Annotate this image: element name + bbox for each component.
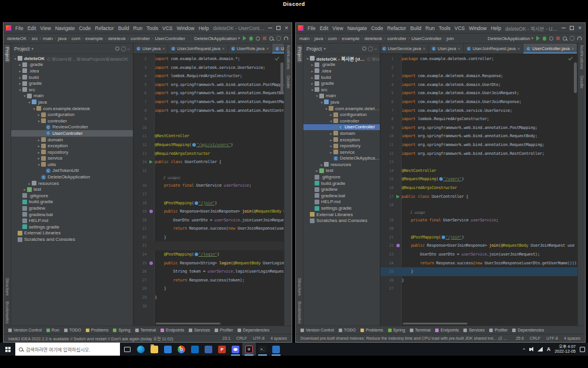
- code-line[interactable]: 16 private final UserService userService…: [133, 181, 284, 190]
- tree-item-exception[interactable]: ▸exception: [11, 142, 133, 149]
- tool-button-services[interactable]: Services: [463, 328, 485, 332]
- tree-item-configuration[interactable]: ▸configuration: [303, 111, 380, 118]
- code-line[interactable]: 15@RequestMapping("/users"): [380, 175, 577, 184]
- maximize-button[interactable]: [570, 26, 574, 30]
- taskbar-app-terminal[interactable]: >_: [256, 343, 269, 356]
- tool-button-endpoints[interactable]: Endpoints: [161, 328, 184, 332]
- menu-help[interactable]: Help: [489, 25, 503, 31]
- tree-item-domain[interactable]: ▸domain: [303, 130, 380, 137]
- notifications-bell-icon[interactable]: [577, 37, 582, 40]
- code-line[interactable]: 26 String token = userService.login(user…: [133, 267, 284, 276]
- breadcrumb-example[interactable]: example: [85, 36, 103, 41]
- tab-close-icon[interactable]: ×: [517, 47, 520, 51]
- tool-button-version-control[interactable]: Version Control: [8, 328, 42, 332]
- code-line[interactable]: 19 public Response<UserJoinResponse> joi…: [133, 207, 284, 216]
- code-line[interactable]: 12@RequestMapping("/api/v1/users"): [133, 141, 284, 150]
- code-line[interactable]: 13@RequiredArgsConstructor: [133, 150, 284, 158]
- code-line[interactable]: 4import com.example.deleteok.domain.User…: [380, 81, 577, 89]
- code-line[interactable]: 2 usages: [133, 175, 284, 181]
- tree-item-gradle[interactable]: ▸.gradle: [303, 62, 380, 68]
- tool-stripe-notifications[interactable]: Notifications: [286, 45, 291, 69]
- tree-item-test[interactable]: ▸test: [11, 186, 133, 193]
- maximize-button[interactable]: [276, 26, 280, 30]
- menu-edit[interactable]: Edit: [318, 25, 330, 31]
- menu-navigate[interactable]: Navigate: [54, 25, 77, 31]
- code-line[interactable]: 5import com.example.deleteok.domain.User…: [380, 89, 577, 98]
- code-line[interactable]: 16@RequiredArgsConstructor: [380, 184, 577, 193]
- breadcrumb-main[interactable]: main: [43, 36, 53, 41]
- tree-item-help-md[interactable]: HELP.md: [11, 217, 133, 224]
- tool-button-todo[interactable]: TODO: [339, 328, 356, 332]
- menu-file[interactable]: File: [14, 25, 25, 31]
- tool-stripe-project[interactable]: Project: [5, 45, 10, 62]
- code-line[interactable]: 11@RestController: [133, 132, 284, 141]
- ime-indicator[interactable]: A: [547, 346, 550, 352]
- settings-gear-icon[interactable]: [276, 36, 281, 41]
- menu-view[interactable]: View: [38, 25, 52, 31]
- code-line[interactable]: 2: [380, 64, 577, 72]
- search-everywhere-icon[interactable]: [269, 37, 273, 41]
- action-center-icon[interactable]: [580, 347, 585, 352]
- volume-icon[interactable]: [529, 348, 531, 351]
- taskbar-app-store[interactable]: [188, 343, 202, 356]
- code-line[interactable]: 9import org.springframework.web.bind.ann…: [380, 124, 577, 132]
- code-editor[interactable]: 2import com.example.deleteok.domain.*;3i…: [133, 54, 284, 326]
- breadcrumb-com[interactable]: com: [328, 36, 337, 41]
- tool-button-profiler[interactable]: Profiler: [489, 328, 507, 332]
- tree-item-gradlew[interactable]: gradlew: [11, 205, 133, 211]
- menu-file[interactable]: File: [306, 25, 318, 31]
- code-line[interactable]: 12import org.springframework.web.bind.an…: [380, 150, 577, 158]
- hide-panel-icon[interactable]: –: [128, 46, 130, 51]
- code-line[interactable]: 5import org.springframework.web.bind.ann…: [133, 81, 284, 89]
- code-line[interactable]: 10import org.springframework.web.bind.an…: [380, 132, 577, 141]
- tool-button-terminal[interactable]: Terminal: [135, 328, 156, 332]
- tree-item-external-libraries[interactable]: External Libraries: [11, 230, 133, 237]
- tool-button-problems[interactable]: Problems: [360, 328, 383, 332]
- tab-userjoinrequest-java[interactable]: CUserJoinRequest.java×: [464, 44, 523, 54]
- tool-stripe-structure[interactable]: Structure: [5, 278, 10, 296]
- menu-vcs[interactable]: VCS: [453, 25, 466, 31]
- run-button[interactable]: [536, 36, 540, 41]
- tree-item-reviewcontroller[interactable]: CReviewController: [11, 124, 133, 131]
- code-line[interactable]: 2import com.example.deleteok.domain.*;: [133, 55, 284, 64]
- tree-item-build-gradle[interactable]: build.gradle: [303, 180, 380, 187]
- tab-close-icon[interactable]: ×: [266, 47, 269, 51]
- tool-button-spring[interactable]: Spring: [113, 328, 130, 332]
- tree-item-resources[interactable]: ▸resources: [303, 161, 380, 168]
- tree-item-service[interactable]: ▸service: [303, 149, 380, 155]
- code-line[interactable]: 27 return Response.success(token);: [133, 276, 284, 285]
- code-line[interactable]: 25 }: [380, 267, 577, 276]
- tree-item-com-example-deleteok[interactable]: ▾com.example.deleteok: [11, 105, 133, 112]
- minimize-button[interactable]: [562, 28, 566, 28]
- stop-button[interactable]: [556, 37, 560, 40]
- tool-button-terminal[interactable]: Terminal: [410, 328, 430, 332]
- tree-item-java[interactable]: ▾java: [11, 99, 133, 105]
- menu-vcs[interactable]: VCS: [161, 25, 174, 31]
- tool-stripe-gradle[interactable]: Gradle: [579, 75, 584, 89]
- tool-button-profiler[interactable]: Profiler: [215, 328, 233, 332]
- code-line[interactable]: 22 public Response<UserJoinResponse> joi…: [380, 241, 577, 250]
- tree-item-src[interactable]: ▾src: [11, 87, 133, 93]
- settings-gear-icon[interactable]: [121, 47, 126, 51]
- code-line[interactable]: 3import com.example.deleteok.domain.Resp…: [380, 72, 577, 81]
- tree-item-scratches-and-consoles[interactable]: Scratches and Consoles: [303, 217, 380, 224]
- tab-user-java[interactable]: CUser.java×: [133, 44, 168, 54]
- profiler-button[interactable]: [256, 37, 260, 41]
- breadcrumb-deleteok[interactable]: deleteok: [108, 36, 126, 41]
- tree-item-main[interactable]: ▾main: [11, 93, 133, 100]
- menu-refactor[interactable]: Refactor: [386, 25, 408, 31]
- taskbar-app-chrome[interactable]: [175, 343, 188, 356]
- run-class-icon[interactable]: [149, 160, 153, 164]
- code-line[interactable]: 7import org.springframework.web.bind.ann…: [133, 98, 284, 107]
- tree-item-repository[interactable]: ▸repository: [11, 149, 133, 155]
- task-view-button[interactable]: [120, 343, 134, 356]
- debug-button[interactable]: [249, 37, 253, 41]
- code-line[interactable]: 24 @PostMapping("/login"): [133, 250, 284, 259]
- run-button[interactable]: [243, 36, 246, 41]
- indent-style[interactable]: 4 spaces: [270, 336, 287, 340]
- tree-item-repository[interactable]: ▸repository: [303, 142, 380, 149]
- run-config-selector[interactable]: DeleteOkApplication▾: [487, 36, 533, 41]
- code-line[interactable]: 30: [133, 302, 284, 311]
- code-line[interactable]: 6import org.springframework.web.bind.ann…: [133, 89, 284, 98]
- code-line[interactable]: 29}: [133, 293, 284, 302]
